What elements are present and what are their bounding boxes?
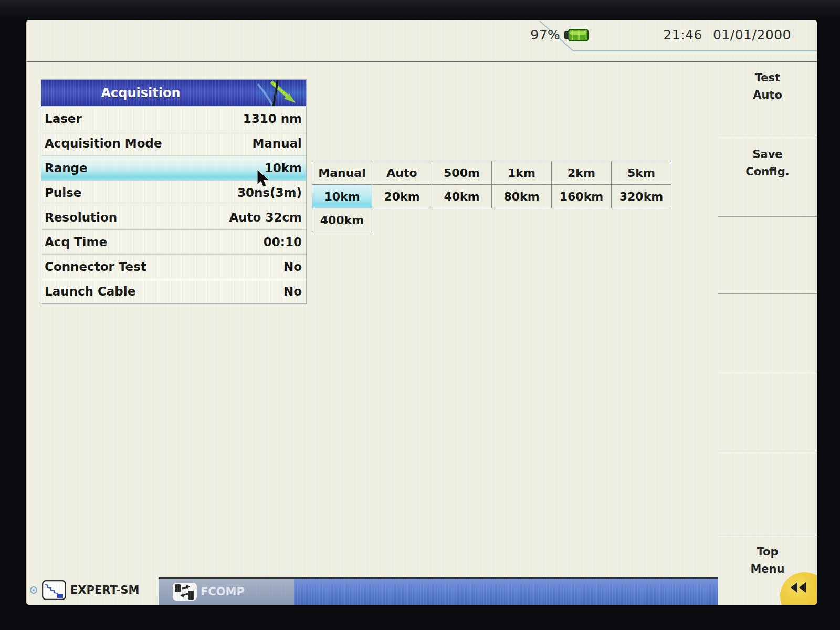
taskbar: EXPERT-SM FCOMP: [26, 575, 718, 605]
range-option-5km[interactable]: 5km: [612, 161, 671, 185]
setting-row-launch-cable[interactable]: Launch Cable No: [41, 279, 306, 303]
range-option-320km[interactable]: 320km: [612, 185, 671, 208]
setting-value: 00:10: [264, 235, 302, 249]
setting-row-laser[interactable]: Laser 1310 nm: [41, 106, 306, 131]
range-option-20km[interactable]: 20km: [372, 185, 432, 208]
setting-value: 1310 nm: [243, 112, 302, 125]
range-option-40km[interactable]: 40km: [432, 185, 492, 208]
taskbar-item-fcomp[interactable]: FCOMP: [159, 579, 294, 605]
status-time: 21:46: [663, 27, 702, 43]
softkey-save-config[interactable]: Save Config.: [718, 138, 817, 216]
panel-title: Acquisition: [41, 86, 240, 100]
acquisition-panel-header: Acquisition: [41, 80, 306, 106]
softkey-test-auto[interactable]: Test Auto: [718, 61, 817, 138]
status-separator: [26, 61, 817, 62]
setting-value: Manual: [252, 136, 302, 150]
setting-value: No: [284, 260, 302, 274]
setting-row-resolution[interactable]: Resolution Auto 32cm: [41, 205, 306, 229]
mouse-cursor: [256, 169, 272, 191]
range-options-grid: Manual Auto 500m 1km 2km 5km 10km 20km 4…: [312, 161, 671, 232]
range-option-10km[interactable]: 10km: [312, 185, 372, 208]
otdr-screen: 97% 21:46 01/01/2000 Acquisition: [26, 20, 817, 605]
softkey-slot-empty-1: [718, 216, 817, 293]
setting-label: Connector Test: [45, 260, 146, 274]
taskbar-active-strip: FCOMP: [159, 578, 718, 605]
setting-label: Range: [45, 161, 88, 175]
setting-value: Auto 32cm: [229, 211, 302, 224]
otdr-trace-icon: [42, 580, 66, 600]
setting-label: Acquisition Mode: [45, 136, 162, 150]
range-option-500m[interactable]: 500m: [432, 161, 492, 185]
acquisition-panel: Acquisition Laser 1310 nm Acquisition Mo…: [41, 79, 307, 304]
softkey-slot-empty-4: [718, 453, 817, 535]
range-option-auto[interactable]: Auto: [372, 161, 432, 185]
rewind-icon: [790, 581, 807, 594]
range-option-160km[interactable]: 160km: [552, 185, 612, 208]
status-bar: 97% 21:46 01/01/2000: [26, 20, 817, 61]
setting-label: Laser: [45, 112, 82, 125]
setting-row-acq-time[interactable]: Acq Time 00:10: [41, 229, 306, 254]
range-option-2km[interactable]: 2km: [552, 161, 612, 185]
status-date: 01/01/2000: [713, 27, 791, 43]
battery-icon: [564, 28, 590, 43]
softkey-slot-empty-2: [718, 293, 817, 373]
setting-label: Resolution: [45, 211, 117, 224]
range-option-400km[interactable]: 400km: [312, 208, 372, 232]
status-dot-icon: [29, 586, 38, 594]
setting-row-acquisition-mode[interactable]: Acquisition Mode Manual: [41, 131, 306, 155]
setting-value: No: [284, 285, 302, 298]
setting-row-connector-test[interactable]: Connector Test No: [41, 254, 306, 279]
setting-label: Pulse: [45, 186, 81, 200]
softkey-slot-empty-3: [718, 373, 817, 453]
setting-label: Launch Cable: [45, 285, 135, 298]
taskbar-item-expert-sm[interactable]: EXPERT-SM: [29, 575, 139, 605]
range-option-80km[interactable]: 80km: [492, 185, 552, 208]
device-bezel: [0, 0, 840, 20]
otdr-trace-arrow-icon: [257, 80, 306, 106]
range-option-1km[interactable]: 1km: [492, 161, 552, 185]
taskbar-item-label: FCOMP: [201, 585, 245, 598]
range-option-manual[interactable]: Manual: [312, 161, 372, 185]
taskbar-item-label: EXPERT-SM: [70, 584, 139, 596]
fiber-compare-icon: [172, 582, 197, 601]
battery-percent: 97%: [530, 27, 560, 43]
setting-label: Acq Time: [45, 235, 107, 249]
